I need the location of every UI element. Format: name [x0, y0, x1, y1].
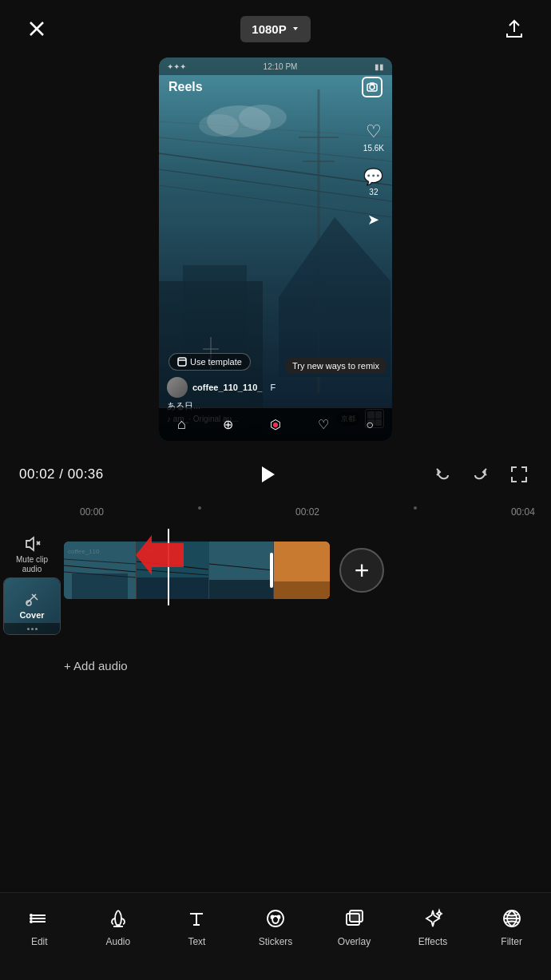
nav-reels[interactable]: ⬡	[270, 417, 281, 432]
svg-rect-32	[72, 573, 128, 599]
track-controls: Mute clipaudio Cover	[0, 529, 64, 641]
bottom-toolbar: Edit Audio Text	[0, 892, 551, 980]
playback-secondary-controls	[430, 462, 532, 487]
reels-label: Reels	[168, 80, 203, 94]
redo-button[interactable]	[468, 462, 494, 487]
svg-marker-23	[26, 538, 34, 550]
marker-1: 00:02	[295, 506, 319, 518]
ruler-marks: 00:00 00:02 00:04	[64, 506, 551, 518]
svg-point-18	[370, 85, 375, 89]
avatar	[167, 377, 188, 398]
stickers-label: Stickers	[259, 936, 293, 947]
svg-rect-57	[350, 911, 363, 922]
play-button[interactable]	[249, 457, 284, 492]
marker-2: 00:04	[511, 506, 535, 518]
svg-point-17	[199, 114, 239, 137]
phone-nav-bar: ⌂ ⊕ ⬡ ♡ ○	[159, 407, 392, 441]
toolbar-item-overlay[interactable]: Overlay	[327, 906, 383, 947]
svg-point-49	[30, 920, 33, 923]
use-template-button[interactable]: Use template	[168, 353, 251, 371]
audio-icon	[105, 906, 131, 931]
toolbar-item-effects[interactable]: Effects	[405, 906, 461, 947]
phone-status-bar: ✦✦✦ 12:10 PM ▮▮	[159, 58, 392, 75]
overlay-icon	[342, 906, 367, 931]
mute-button[interactable]: Mute clipaudio	[16, 535, 48, 574]
add-audio-row[interactable]: + Add audio	[0, 648, 551, 684]
svg-point-53	[268, 911, 283, 926]
share-action[interactable]: ➤	[367, 211, 379, 228]
add-clip-button[interactable]: +	[339, 548, 384, 593]
timeline-ruler: 00:00 00:02 00:04	[64, 502, 551, 522]
svg-marker-2	[293, 27, 298, 30]
ruler-dot-2	[414, 506, 417, 510]
marker-0: 00:00	[80, 506, 104, 518]
svg-point-54	[271, 916, 273, 919]
user-row: coffee_110_110_ F	[167, 377, 352, 398]
svg-point-48	[30, 917, 33, 920]
svg-rect-37	[137, 577, 208, 599]
undo-button[interactable]	[430, 462, 455, 487]
red-arrow	[136, 535, 184, 578]
time-display: 00:02 / 00:36	[19, 466, 104, 482]
filter-label: Filter	[501, 936, 522, 947]
cover-label: Cover	[19, 610, 44, 620]
video-clip[interactable]: coffee_110 coffee_110	[64, 542, 330, 599]
svg-rect-43	[274, 581, 330, 599]
fullscreen-button[interactable]	[506, 462, 532, 487]
toolbar-item-filter[interactable]: Filter	[484, 906, 540, 947]
svg-rect-41	[209, 580, 273, 599]
follow-button[interactable]: F	[270, 383, 276, 392]
battery-status: ▮▮	[375, 62, 384, 71]
nav-heart[interactable]: ♡	[318, 417, 329, 432]
svg-point-16	[239, 105, 287, 130]
toolbar-item-audio[interactable]: Audio	[90, 906, 146, 947]
remix-tooltip: Try new ways to remix	[286, 358, 386, 374]
svg-line-4	[159, 169, 392, 201]
like-action[interactable]: ♡ 15.6K	[363, 121, 384, 153]
toolbar-item-text[interactable]: Text	[168, 906, 224, 947]
nav-search[interactable]: ⊕	[223, 417, 233, 432]
svg-line-6	[159, 185, 392, 217]
camera-icon[interactable]	[362, 77, 383, 97]
edit-label: Edit	[31, 936, 48, 947]
clip-segment-1: coffee_110	[64, 542, 136, 599]
track-area: Mute clipaudio Cover	[0, 522, 551, 648]
nav-profile[interactable]: ○	[366, 418, 374, 432]
resolution-button[interactable]: 1080P	[240, 16, 310, 42]
top-bar: 1080P	[0, 0, 551, 58]
clip-segment-4	[274, 542, 330, 599]
video-background: Reels ♡ 15.6K 💬 32	[159, 58, 392, 441]
ruler-dot-1	[198, 506, 201, 510]
svg-marker-22	[262, 466, 275, 482]
right-actions: ♡ 15.6K 💬 32 ➤	[363, 121, 384, 228]
svg-point-55	[277, 916, 279, 919]
stickers-icon	[263, 906, 288, 931]
svg-text:coffee_110: coffee_110	[68, 548, 100, 555]
mute-label: Mute clipaudio	[16, 555, 48, 574]
nav-home[interactable]: ⌂	[177, 416, 186, 433]
username: coffee_110_110_	[192, 383, 262, 392]
comment-action[interactable]: 💬 32	[363, 167, 383, 196]
text-label: Text	[188, 936, 205, 947]
signal-status: ✦✦✦	[167, 62, 186, 71]
clip-segment-3	[209, 542, 273, 599]
edit-icon	[26, 906, 52, 931]
export-button[interactable]	[500, 14, 529, 43]
add-audio-label: + Add audio	[64, 659, 128, 673]
svg-marker-27	[136, 535, 184, 575]
preview-container: ✦✦✦ 12:10 PM ▮▮	[0, 58, 551, 447]
phone-preview: ✦✦✦ 12:10 PM ▮▮	[159, 58, 392, 441]
svg-point-47	[30, 914, 33, 917]
cover-thumbnail[interactable]: Cover	[3, 577, 61, 635]
filter-icon	[499, 906, 525, 931]
playback-controls: 00:02 / 00:36	[0, 447, 551, 502]
time-status: 12:10 PM	[264, 62, 298, 71]
toolbar-item-stickers[interactable]: Stickers	[248, 906, 303, 947]
timeline-area: 00:00 00:02 00:04 Mute clipaudio	[0, 502, 551, 684]
text-icon	[184, 906, 209, 931]
toolbar-item-edit[interactable]: Edit	[11, 906, 67, 947]
effects-icon	[420, 906, 446, 931]
audio-label: Audio	[105, 936, 130, 947]
timeline-scroll[interactable]: coffee_110 coffee_110	[64, 529, 551, 605]
close-button[interactable]	[22, 14, 51, 43]
